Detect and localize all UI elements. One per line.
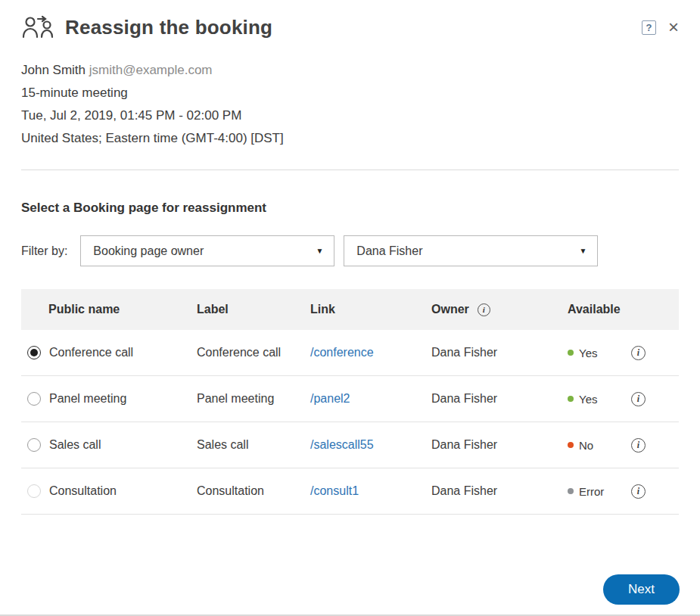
- row-info-icon[interactable]: i: [631, 346, 646, 360]
- page-label: Conference call: [197, 346, 310, 359]
- status-text: Yes: [579, 393, 597, 406]
- table-header-row: Public name Label Link Owner i Available: [21, 289, 679, 330]
- filter-by-label: Filter by:: [21, 244, 67, 258]
- chevron-down-icon: ▼: [579, 247, 586, 255]
- contact-email: jsmith@example.com: [89, 63, 213, 77]
- status-text: No: [579, 439, 593, 452]
- filter-row: Filter by: Booking page owner ▼ Dana Fis…: [21, 235, 679, 266]
- section-title: Select a Booking page for reassignment: [21, 201, 679, 216]
- owner-name: Dana Fisher: [431, 438, 568, 452]
- booking-pages-table: Public name Label Link Owner i Available…: [21, 289, 679, 515]
- row-info-icon[interactable]: i: [631, 392, 646, 406]
- reassign-people-icon: [21, 15, 56, 39]
- filter-type-value: Booking page owner: [93, 244, 204, 258]
- radio-button[interactable]: [27, 346, 41, 359]
- status-dot: [568, 488, 574, 494]
- header-owner: Owner i: [431, 303, 568, 316]
- table-row[interactable]: Conference call Conference call /confere…: [21, 330, 679, 376]
- status-dot: [568, 350, 574, 356]
- header-label: Label: [197, 303, 310, 316]
- filter-type-dropdown[interactable]: Booking page owner ▼: [80, 235, 334, 266]
- reassign-booking-dialog: Reassign the booking ? × John Smith jsmi…: [0, 0, 700, 616]
- contact-name: John Smith: [21, 63, 86, 77]
- dialog-titlebar: Reassign the booking ? ×: [21, 0, 679, 39]
- status-dot: [568, 442, 574, 448]
- header-public-name: Public name: [27, 303, 197, 316]
- next-button[interactable]: Next: [603, 574, 680, 605]
- table-row[interactable]: Panel meeting Panel meeting /panel2 Dana…: [21, 376, 679, 422]
- meeting-datetime: Tue, Jul 2, 2019, 01:45 PM - 02:00 PM: [21, 104, 679, 127]
- owner-info-icon[interactable]: i: [478, 303, 490, 316]
- public-name: Sales call: [49, 438, 101, 452]
- radio-button[interactable]: [27, 392, 41, 406]
- owner-name: Dana Fisher: [431, 392, 568, 406]
- radio-button[interactable]: [27, 438, 41, 452]
- filter-owner-dropdown[interactable]: Dana Fisher ▼: [344, 235, 598, 266]
- header-link: Link: [310, 303, 431, 316]
- page-title: Reassign the booking: [65, 16, 272, 39]
- public-name: Conference call: [49, 346, 133, 359]
- header-available: Available: [568, 303, 628, 316]
- chevron-down-icon: ▼: [316, 247, 323, 255]
- page-label: Sales call: [197, 438, 310, 452]
- status-text: Yes: [579, 347, 597, 359]
- public-name: Consultation: [49, 484, 117, 498]
- row-info-icon[interactable]: i: [631, 438, 646, 453]
- filter-owner-value: Dana Fisher: [356, 244, 422, 258]
- booking-link[interactable]: /salescall55: [310, 438, 374, 452]
- table-row[interactable]: Consultation Consultation /consult1 Dana…: [21, 468, 679, 515]
- booking-link[interactable]: /panel2: [310, 392, 350, 406]
- owner-name: Dana Fisher: [431, 484, 568, 498]
- row-info-icon[interactable]: i: [631, 484, 646, 499]
- divider: [21, 170, 679, 170]
- page-label: Consultation: [197, 484, 310, 498]
- booking-contact: John Smith jsmith@example.com: [21, 59, 679, 82]
- page-label: Panel meeting: [197, 392, 310, 406]
- booking-link[interactable]: /conference: [310, 346, 374, 359]
- titlebar-actions: ? ×: [642, 18, 679, 36]
- booking-link[interactable]: /consult1: [310, 484, 359, 498]
- help-icon[interactable]: ?: [642, 20, 656, 35]
- table-row[interactable]: Sales call Sales call /salescall55 Dana …: [21, 422, 679, 468]
- header-owner-text: Owner: [431, 303, 469, 316]
- meeting-type: 15-minute meeting: [21, 82, 679, 104]
- booking-info: John Smith jsmith@example.com 15-minute …: [21, 59, 679, 150]
- close-icon[interactable]: ×: [668, 18, 679, 36]
- owner-name: Dana Fisher: [431, 346, 568, 359]
- status-dot: [568, 396, 574, 402]
- radio-button: [27, 484, 41, 498]
- status-text: Error: [579, 485, 604, 498]
- meeting-timezone: United States; Eastern time (GMT-4:00) […: [21, 127, 679, 150]
- public-name: Panel meeting: [49, 392, 126, 406]
